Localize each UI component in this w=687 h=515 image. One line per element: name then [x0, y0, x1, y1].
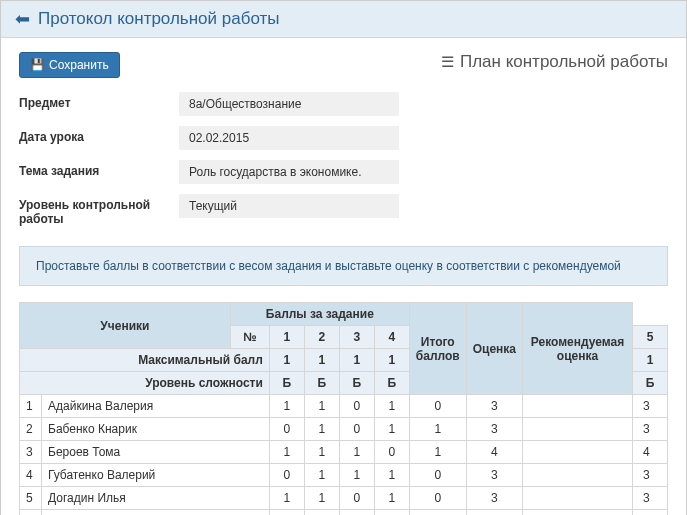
th-max-3: 1: [339, 349, 374, 372]
th-diff-label: Уровень сложности: [20, 372, 270, 395]
score-cell[interactable]: 0: [409, 464, 466, 487]
total-cell: 4: [466, 441, 522, 464]
student-name: Бероев Тома: [42, 441, 270, 464]
score-cell[interactable]: 1: [409, 418, 466, 441]
th-diff-2: Б: [304, 372, 339, 395]
table-row: 6Карпова Анна1011033: [20, 510, 668, 516]
th-max-1: 1: [269, 349, 304, 372]
table-row: 5Догадин Илья1101033: [20, 487, 668, 510]
score-cell[interactable]: 0: [409, 395, 466, 418]
score-cell[interactable]: 1: [304, 441, 339, 464]
th-max-2: 1: [304, 349, 339, 372]
th-task-num-1: 1: [269, 326, 304, 349]
grades-table: Ученики Баллы за задание Итого баллов Оц…: [19, 302, 668, 515]
th-max-5: 1: [633, 349, 668, 372]
plan-link[interactable]: ☰ План контрольной работы: [441, 52, 668, 72]
table-row: 3Бероев Тома1110144: [20, 441, 668, 464]
recommended-cell: 3: [633, 464, 668, 487]
score-cell[interactable]: 1: [304, 464, 339, 487]
score-cell[interactable]: 1: [339, 464, 374, 487]
th-diff-4: Б: [374, 372, 409, 395]
student-name: Бабенко Кнарик: [42, 418, 270, 441]
level-value: Текущий: [179, 194, 399, 218]
score-cell[interactable]: 1: [374, 487, 409, 510]
student-name: Губатенко Валерий: [42, 464, 270, 487]
th-no: №: [230, 326, 269, 349]
student-name: Адайкина Валерия: [42, 395, 270, 418]
score-cell[interactable]: 1: [304, 418, 339, 441]
topic-value: Роль государства в экономике.: [179, 160, 399, 184]
score-cell[interactable]: 1: [339, 441, 374, 464]
score-cell[interactable]: 1: [374, 418, 409, 441]
date-label: Дата урока: [19, 126, 179, 144]
recommended-cell: 3: [633, 395, 668, 418]
table-row: 1Адайкина Валерия1101033: [20, 395, 668, 418]
th-recommended: Рекомендуемая оценка: [523, 303, 633, 395]
recommended-cell: 3: [633, 487, 668, 510]
score-cell[interactable]: 1: [374, 510, 409, 516]
score-cell[interactable]: 1: [304, 487, 339, 510]
grade-cell[interactable]: [523, 510, 633, 516]
score-cell[interactable]: 0: [269, 464, 304, 487]
score-cell[interactable]: 1: [374, 464, 409, 487]
th-students: Ученики: [20, 303, 231, 349]
score-cell[interactable]: 1: [409, 441, 466, 464]
level-label: Уровень контрольной работы: [19, 194, 179, 226]
th-tasks: Баллы за задание: [230, 303, 409, 326]
plan-link-label: План контрольной работы: [460, 52, 668, 72]
row-index: 3: [20, 441, 42, 464]
th-task-num-3: 3: [339, 326, 374, 349]
score-cell[interactable]: 0: [339, 487, 374, 510]
th-task-num-4: 4: [374, 326, 409, 349]
student-name: Догадин Илья: [42, 487, 270, 510]
score-cell[interactable]: 1: [304, 395, 339, 418]
score-cell[interactable]: 1: [339, 510, 374, 516]
th-max-4: 1: [374, 349, 409, 372]
th-total: Итого баллов: [409, 303, 466, 395]
score-cell[interactable]: 1: [374, 395, 409, 418]
grade-cell[interactable]: [523, 487, 633, 510]
row-index: 4: [20, 464, 42, 487]
back-arrow-icon[interactable]: ⬅: [15, 10, 30, 28]
student-name: Карпова Анна: [42, 510, 270, 516]
grade-cell[interactable]: [523, 464, 633, 487]
score-cell[interactable]: 0: [409, 510, 466, 516]
score-cell[interactable]: 1: [269, 395, 304, 418]
total-cell: 3: [466, 510, 522, 516]
recommended-cell: 4: [633, 441, 668, 464]
recommended-cell: 3: [633, 510, 668, 516]
list-icon: ☰: [441, 53, 454, 71]
score-cell[interactable]: 0: [409, 487, 466, 510]
grade-cell[interactable]: [523, 395, 633, 418]
save-button-label: Сохранить: [49, 58, 109, 72]
date-value: 02.02.2015: [179, 126, 399, 150]
score-cell[interactable]: 1: [269, 441, 304, 464]
total-cell: 3: [466, 418, 522, 441]
topic-label: Тема задания: [19, 160, 179, 178]
score-cell[interactable]: 0: [374, 441, 409, 464]
recommended-cell: 3: [633, 418, 668, 441]
score-cell[interactable]: 0: [339, 395, 374, 418]
total-cell: 3: [466, 395, 522, 418]
total-cell: 3: [466, 487, 522, 510]
save-button[interactable]: 💾 Сохранить: [19, 52, 120, 78]
subject-label: Предмет: [19, 92, 179, 110]
grade-cell[interactable]: [523, 441, 633, 464]
table-row: 4Губатенко Валерий0111033: [20, 464, 668, 487]
table-row: 2Бабенко Кнарик0101133: [20, 418, 668, 441]
score-cell[interactable]: 0: [269, 418, 304, 441]
score-cell[interactable]: 0: [339, 418, 374, 441]
th-diff-3: Б: [339, 372, 374, 395]
hint-box: Проставьте баллы в соответствии с весом …: [19, 246, 668, 286]
th-task-num-5: 5: [633, 326, 668, 349]
total-cell: 3: [466, 464, 522, 487]
subject-value: 8а/Обществознание: [179, 92, 399, 116]
grade-cell[interactable]: [523, 418, 633, 441]
score-cell[interactable]: 1: [269, 510, 304, 516]
score-cell[interactable]: 1: [269, 487, 304, 510]
score-cell[interactable]: 0: [304, 510, 339, 516]
save-icon: 💾: [30, 58, 45, 72]
th-max-label: Максимальный балл: [20, 349, 270, 372]
th-diff-1: Б: [269, 372, 304, 395]
th-diff-5: Б: [633, 372, 668, 395]
